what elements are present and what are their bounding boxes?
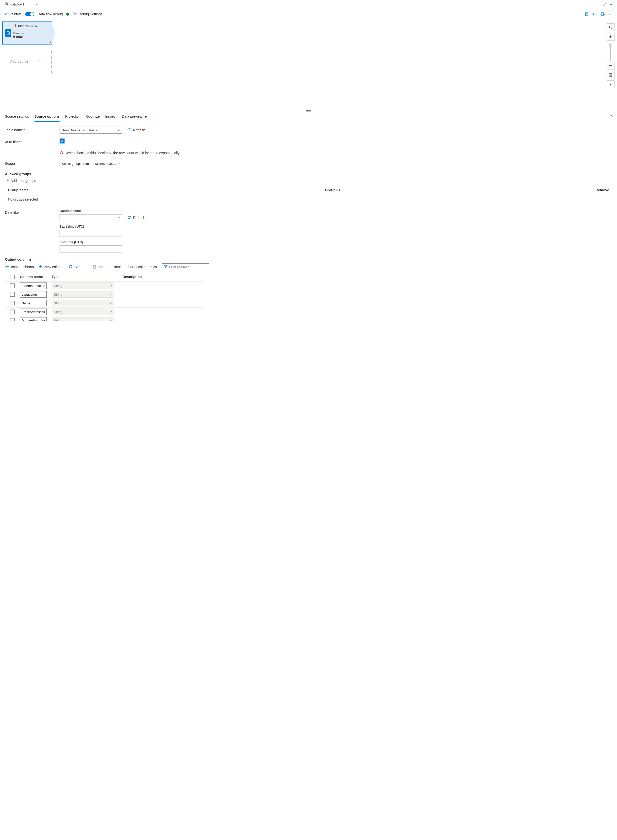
column-name-label: Column name <box>59 209 145 213</box>
collapse-panel-button[interactable] <box>610 114 613 118</box>
scope-select[interactable]: Select groups from the Microsoft 36… <box>59 160 122 167</box>
end-time-input[interactable] <box>59 245 122 252</box>
refresh-label: Refresh <box>133 128 145 132</box>
auto-flatten-checkbox[interactable] <box>59 139 65 143</box>
zoom-in-button[interactable] <box>607 33 614 41</box>
filter-columns-input[interactable] <box>162 263 209 270</box>
chevron-down-icon <box>117 217 120 219</box>
allowed-groups-label: Allowed groups <box>5 172 612 176</box>
svg-rect-5 <box>601 13 604 15</box>
zoom-out-button[interactable] <box>607 62 614 69</box>
add-user-groups-button[interactable]: + Add user groups <box>6 178 612 183</box>
column-type-select[interactable]: String <box>52 282 114 289</box>
column-name-input[interactable] <box>20 317 47 321</box>
debug-toggle-label: Data flow debug <box>38 12 63 16</box>
search-canvas-button[interactable] <box>607 23 614 31</box>
column-type-select[interactable]: String <box>52 291 114 298</box>
delete-label: Delete <box>98 265 108 269</box>
toolbar-more-icon[interactable] <box>608 12 613 16</box>
script-icon[interactable] <box>585 12 589 16</box>
row-checkbox[interactable] <box>10 318 15 321</box>
filter-icon <box>164 265 168 269</box>
svg-rect-3 <box>73 12 75 14</box>
debug-toggle[interactable] <box>25 12 34 16</box>
column-type-select[interactable]: String <box>52 317 114 321</box>
node-columns-label: Columns: <box>13 32 49 35</box>
tab-projection[interactable]: Projection <box>65 114 80 119</box>
date-filter-label: Date filter <box>5 209 55 214</box>
table-row: String <box>5 307 204 316</box>
import-icon <box>5 265 9 269</box>
row-checkbox[interactable] <box>10 301 15 305</box>
expand-icon[interactable] <box>602 2 607 7</box>
trash-icon <box>93 264 96 269</box>
data-preview-label: Data preview <box>122 114 142 118</box>
add-user-groups-label: Add user groups <box>11 179 36 183</box>
import-label: Import schema <box>11 265 34 269</box>
canvas-tools <box>607 23 614 90</box>
braces-icon[interactable] <box>593 12 597 16</box>
tab-inspect[interactable]: Inspect <box>105 114 117 119</box>
debug-status-icon: ✓ <box>66 13 69 16</box>
scope-value: Select groups from the Microsoft 36… <box>62 162 116 165</box>
refresh-columns-button[interactable]: Refresh <box>127 216 145 220</box>
row-checkbox[interactable] <box>10 310 15 314</box>
chevron-down-icon[interactable] <box>37 58 43 65</box>
select-button[interactable] <box>607 80 614 89</box>
type-header: Type <box>52 275 123 279</box>
toolbar-right <box>585 12 613 16</box>
start-time-input[interactable] <box>59 230 122 237</box>
add-step-button[interactable]: + <box>50 40 52 44</box>
select-all-checkbox[interactable] <box>10 275 15 279</box>
table-row: String <box>5 316 204 321</box>
svg-point-10 <box>609 26 611 28</box>
refresh-icon <box>68 264 72 269</box>
node-title: M365Source <box>18 24 37 28</box>
tab-source-options[interactable]: Source options <box>34 114 60 122</box>
import-schema-button[interactable]: Import schema <box>5 265 34 269</box>
plus-icon <box>39 265 43 269</box>
row-checkbox[interactable] <box>10 283 15 288</box>
tab-optimize[interactable]: Optimize <box>86 114 100 119</box>
canvas[interactable]: M365Source Columns: 0 total + Add Source <box>0 19 617 111</box>
validate-button[interactable]: Validate <box>4 12 22 16</box>
svg-rect-15 <box>61 153 62 154</box>
new-column-button[interactable]: New column <box>39 265 63 269</box>
column-name-input[interactable] <box>20 309 47 315</box>
output-columns-table: Column name Type Description StringStrin… <box>5 273 204 321</box>
source-node[interactable]: M365Source Columns: 0 total <box>2 21 52 45</box>
tab-data-preview[interactable]: Data preview <box>122 114 147 119</box>
table-row: String <box>5 299 204 307</box>
column-name-input[interactable] <box>20 300 47 306</box>
groups-table: Group name Group ID Remove No groups sel… <box>5 186 612 204</box>
end-time-label: End time (UTC) <box>59 240 122 244</box>
node-columns-value: 0 total <box>13 35 49 38</box>
refresh-table-button[interactable]: Refresh <box>127 128 145 133</box>
debug-settings-button[interactable]: Debug Settings <box>73 12 102 16</box>
table-name-select[interactable]: BasicDataSet_v0.User_v0 <box>59 127 122 134</box>
group-name-header: Group name <box>8 188 325 192</box>
fit-button[interactable] <box>607 71 614 79</box>
row-checkbox[interactable] <box>10 292 15 297</box>
status-dot-icon <box>145 116 147 118</box>
clear-label: Clear <box>74 265 83 269</box>
refresh-label: Refresh <box>133 216 145 220</box>
filter-textbox[interactable] <box>169 265 211 269</box>
svg-point-1 <box>611 4 612 5</box>
tab-source-settings[interactable]: Source settings <box>5 114 29 119</box>
column-name-input[interactable] <box>20 291 47 298</box>
column-name-input[interactable] <box>20 282 47 289</box>
zoom-handle[interactable] <box>609 43 612 46</box>
add-source-button[interactable]: Add Source <box>2 50 52 73</box>
column-type-select[interactable]: String <box>52 300 114 306</box>
output-columns-label: Output columns <box>5 257 612 261</box>
tab-bar: dataflow1 <box>0 0 617 9</box>
file-tab[interactable]: dataflow1 <box>0 0 42 9</box>
auto-flatten-label: Auto flatten <box>5 139 55 144</box>
clear-button[interactable]: Clear <box>68 264 83 269</box>
column-type-select[interactable]: String <box>52 309 114 315</box>
export-icon[interactable] <box>601 12 605 16</box>
zoom-slider[interactable] <box>610 43 611 61</box>
more-icon[interactable] <box>610 2 614 7</box>
column-name-select[interactable] <box>59 214 122 221</box>
